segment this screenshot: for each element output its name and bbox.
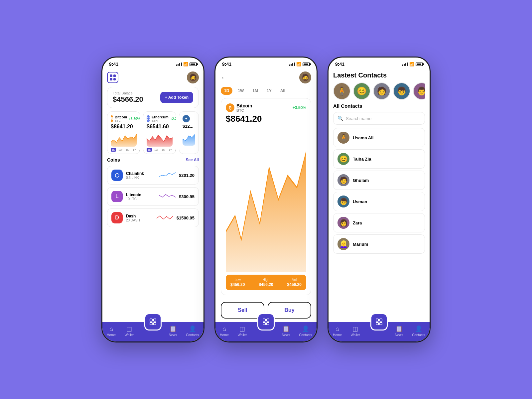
signal-icon-2 xyxy=(289,63,295,66)
phone3-content: Lastest Contacts 🧍 😊 🧑 👦 👨 👩 All Contact… xyxy=(329,68,430,322)
btc-card[interactable]: ₿ Bitcoin BTC +3.50% $8641.20 xyxy=(107,111,140,154)
contact-usman[interactable]: 👦 Usman xyxy=(333,192,425,211)
nav-wallet-2[interactable]: ◫ Wallet xyxy=(238,325,247,337)
stat-vol: Vol $456.20 xyxy=(287,278,302,287)
chart-tab-all[interactable]: All xyxy=(138,148,140,152)
phone-1: 9:41 📶 🧔 Total B xyxy=(101,57,204,342)
latest-avatar-2[interactable]: 😊 xyxy=(353,82,370,100)
chainlink-sparkline xyxy=(159,171,176,180)
phone1-header: 🧔 xyxy=(107,71,199,83)
nav-home-label-3: Home xyxy=(333,333,342,337)
nav-wallet-3[interactable]: ◫ Wallet xyxy=(351,325,360,337)
eth-mini-chart xyxy=(147,132,173,147)
nav-contacts-3[interactable]: 👤 Contacts xyxy=(412,325,425,337)
btc-detail-top: ₿ Bitcoin BTC +3.50% xyxy=(226,103,306,112)
nav-news-2[interactable]: 📋 News xyxy=(282,325,290,337)
litecoin-amount: 10 LTC xyxy=(126,197,156,201)
nav-news-3[interactable]: 📋 News xyxy=(395,325,403,337)
nav-home-3[interactable]: ⌂ Home xyxy=(333,326,342,337)
balance-card: Total Balace $4566.20 + Add Token xyxy=(107,87,199,108)
eth-card[interactable]: ⬡ Ethereum ETH +2.25% $6541.60 xyxy=(143,111,176,154)
see-all-button[interactable]: See All xyxy=(186,158,199,162)
chainlink-price: $201.20 xyxy=(179,173,195,178)
contact-zara[interactable]: 👩 Zara xyxy=(333,213,425,232)
btc-detail-name: ₿ Bitcoin BTC xyxy=(226,103,252,112)
nav-center-btn-2[interactable] xyxy=(257,313,275,331)
svg-rect-8 xyxy=(263,319,265,321)
status-time-2: 9:41 xyxy=(222,62,231,67)
search-box[interactable]: 🔍 Search name xyxy=(333,112,425,125)
nav-center-btn-1[interactable] xyxy=(144,313,162,331)
latest-avatar-4[interactable]: 👦 xyxy=(393,82,410,100)
nav-news-1[interactable]: 📋 News xyxy=(169,325,177,337)
chart-tab-1d[interactable]: 1D xyxy=(111,148,116,152)
contact-ghulam[interactable]: 🧑 Ghulam xyxy=(333,171,425,190)
latest-avatar-5[interactable]: 👨 xyxy=(413,82,425,100)
svg-rect-10 xyxy=(263,323,265,325)
chart-tab-1m[interactable]: 1M xyxy=(125,148,130,152)
contact-usama-ali[interactable]: 🧍 Usama Ali xyxy=(333,128,425,147)
svg-marker-7 xyxy=(226,152,306,272)
nav-home-label-2: Home xyxy=(220,333,229,337)
chart-tab-1y[interactable]: 1Y xyxy=(132,148,137,152)
time-tab-1d[interactable]: 1D xyxy=(221,87,232,95)
nav-home-2[interactable]: ⌂ Home xyxy=(220,326,229,337)
chart-tab-1w[interactable]: 1W xyxy=(117,148,123,152)
contact-name-4: Usman xyxy=(353,199,367,204)
battery-icon-2 xyxy=(303,63,310,66)
chainlink-logo: ⬡ xyxy=(111,170,123,181)
nav-home-1[interactable]: ⌂ Home xyxy=(107,326,116,337)
nav-contacts-2[interactable]: 👤 Contacts xyxy=(299,325,312,337)
eth-tab-1d[interactable]: 1D xyxy=(147,148,152,152)
btc-card-top: ₿ Bitcoin BTC +3.50% xyxy=(111,115,137,122)
wifi-icon-2: 📶 xyxy=(296,62,301,66)
status-bar-1: 9:41 📶 xyxy=(102,58,203,68)
time-tab-1w[interactable]: 1W xyxy=(234,87,247,95)
eth-tab-1w[interactable]: 1W xyxy=(153,148,159,152)
coin-litecoin[interactable]: L Litecoin 10 LTC $300.95 xyxy=(107,187,199,206)
rip-card[interactable]: ✦ $12... xyxy=(179,111,199,154)
svg-rect-12 xyxy=(376,319,378,321)
btc-ticker: BTC xyxy=(115,119,127,122)
time-tab-1m[interactable]: 1M xyxy=(249,87,261,95)
eth-tab-all[interactable]: All xyxy=(174,148,176,152)
svg-rect-14 xyxy=(376,323,378,325)
time-tab-1y[interactable]: 1Y xyxy=(263,87,275,95)
nav-home-label: Home xyxy=(107,333,116,337)
contact-marium[interactable]: 👱‍♀️ Marium xyxy=(333,234,425,254)
latest-avatar-3[interactable]: 🧑 xyxy=(373,82,390,100)
nav-center-btn-3[interactable] xyxy=(370,313,388,331)
btc-chart-tabs: 1D 1W 1M 1Y All xyxy=(111,148,137,152)
stat-low-label: Low xyxy=(235,278,241,282)
phone-2: 9:41 📶 ← 🧔 1D 1W 1M 1Y All xyxy=(214,57,318,342)
coin-dash[interactable]: D Dash 20 DASH $1500.95 xyxy=(107,208,199,227)
home-icon-3: ⌂ xyxy=(335,326,339,332)
back-button[interactable]: ← xyxy=(221,74,227,81)
nav-contacts-1[interactable]: 👤 Contacts xyxy=(186,325,199,337)
nav-wallet-1[interactable]: ◫ Wallet xyxy=(125,325,134,337)
user-avatar-2[interactable]: 🧔 xyxy=(299,71,311,83)
svg-rect-15 xyxy=(380,323,382,325)
wallet-icon-2: ◫ xyxy=(239,325,245,332)
contact-avatar-1: 🧍 xyxy=(337,132,349,144)
stat-low-value: $456.20 xyxy=(230,282,245,287)
grid-icon[interactable] xyxy=(107,72,118,83)
coin-chainlink[interactable]: ⬡ Chainlink 0.6 LINK $201.20 xyxy=(107,166,199,185)
svg-rect-6 xyxy=(154,323,156,325)
eth-tab-1m[interactable]: 1M xyxy=(161,148,166,152)
user-avatar[interactable]: 🧔 xyxy=(187,71,199,83)
signal-icon xyxy=(176,63,182,66)
eth-name-col: Ethereum ETH xyxy=(152,115,169,122)
eth-tab-1y[interactable]: 1Y xyxy=(168,148,173,152)
svg-rect-13 xyxy=(380,319,382,321)
contact-talha-zia[interactable]: 😊 Talha Zia xyxy=(333,149,425,169)
latest-avatar-1[interactable]: 🧍 xyxy=(333,82,350,100)
contact-avatar-4: 👦 xyxy=(337,196,349,207)
dash-amount: 20 DASH xyxy=(126,218,153,222)
btc-mini-chart xyxy=(111,132,137,147)
add-token-button[interactable]: + Add Token xyxy=(160,92,193,103)
contacts-icon: 👤 xyxy=(189,325,196,332)
stat-vol-value: $456.20 xyxy=(287,282,302,287)
eth-price: $6541.60 xyxy=(147,124,173,130)
time-tab-all[interactable]: All xyxy=(277,87,289,95)
